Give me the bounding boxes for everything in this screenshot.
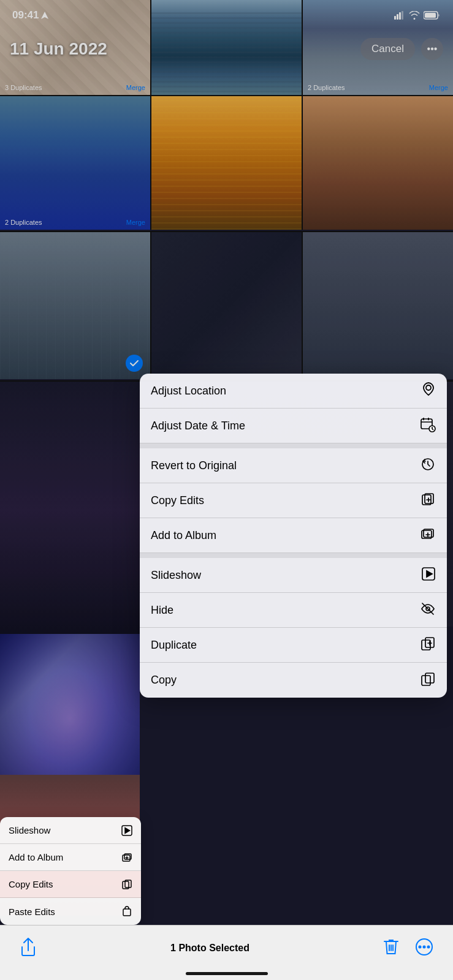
- menu-label-slideshow: Slideshow: [151, 569, 201, 582]
- mini-copy-edits-icon: [121, 879, 132, 890]
- svg-point-30: [419, 946, 421, 948]
- duplicate-icon: [420, 636, 436, 654]
- svg-rect-21: [425, 673, 434, 683]
- svg-point-31: [423, 946, 425, 948]
- mini-menu-label-paste-edits: Paste Edits: [9, 907, 55, 917]
- mini-menu-item-paste-edits[interactable]: Paste Edits: [0, 898, 141, 925]
- calendar-clock-icon: [420, 417, 436, 435]
- share-icon: [20, 937, 37, 957]
- menu-item-revert[interactable]: Revert to Original: [140, 448, 447, 483]
- mini-menu-label-add-album: Add to Album: [9, 852, 63, 862]
- ellipsis-circle-icon: [415, 938, 433, 956]
- mini-menu-item-copy-edits[interactable]: Copy Edits: [0, 871, 141, 898]
- toolbar-more-button[interactable]: [413, 935, 436, 960]
- copy-edits-icon: [420, 491, 436, 510]
- share-button[interactable]: [17, 935, 39, 961]
- menu-item-copy-edits[interactable]: Copy Edits: [140, 483, 447, 518]
- menu-item-slideshow[interactable]: Slideshow: [140, 558, 447, 593]
- copy-icon: [420, 671, 436, 690]
- menu-label-add-album: Add to Album: [151, 529, 216, 542]
- svg-marker-15: [427, 571, 432, 577]
- svg-rect-28: [123, 909, 131, 916]
- menu-item-copy[interactable]: Copy: [140, 663, 447, 698]
- svg-rect-18: [422, 640, 430, 650]
- menu-item-hide[interactable]: Hide: [140, 593, 447, 628]
- revert-icon: [420, 456, 436, 475]
- context-menu: Adjust Location Adjust Date & Time Rever…: [140, 374, 447, 698]
- svg-point-32: [427, 946, 429, 948]
- menu-section-divider-2: [140, 553, 447, 558]
- svg-point-6: [426, 385, 431, 390]
- mini-menu-label-slideshow: Slideshow: [9, 825, 50, 835]
- menu-item-duplicate[interactable]: Duplicate: [140, 628, 447, 663]
- eye-slash-icon: [420, 601, 436, 619]
- delete-button[interactable]: [381, 935, 402, 960]
- svg-marker-23: [125, 827, 130, 833]
- mini-menu-label-copy-edits: Copy Edits: [9, 879, 53, 889]
- mini-menu-item-add-album[interactable]: Add to Album: [0, 844, 141, 871]
- mini-paste-edits-icon: [121, 906, 132, 917]
- svg-rect-20: [422, 676, 430, 685]
- mini-play-icon: [121, 825, 132, 836]
- add-album-icon: [420, 526, 436, 545]
- trash-icon: [383, 938, 399, 956]
- play-icon: [421, 567, 436, 584]
- menu-label-adjust-location: Adjust Location: [151, 385, 226, 398]
- menu-item-add-album[interactable]: Add to Album: [140, 518, 447, 553]
- photo-selected-text: 1 Photo Selected: [170, 943, 249, 954]
- mini-add-album-icon: [121, 852, 132, 863]
- location-icon: [421, 382, 436, 400]
- menu-item-adjust-location[interactable]: Adjust Location: [140, 374, 447, 409]
- mini-menu-item-slideshow[interactable]: Slideshow: [0, 817, 141, 844]
- menu-label-revert: Revert to Original: [151, 459, 237, 472]
- menu-section-divider-1: [140, 443, 447, 448]
- menu-label-duplicate: Duplicate: [151, 639, 197, 652]
- menu-label-copy-edits: Copy Edits: [151, 494, 204, 507]
- mini-context-menu: Slideshow Add to Album Copy Edits Paste …: [0, 817, 141, 925]
- home-indicator: [186, 972, 268, 975]
- menu-label-hide: Hide: [151, 604, 173, 617]
- menu-label-copy: Copy: [151, 674, 177, 687]
- menu-label-adjust-datetime: Adjust Date & Time: [151, 420, 245, 432]
- menu-item-adjust-datetime[interactable]: Adjust Date & Time: [140, 409, 447, 443]
